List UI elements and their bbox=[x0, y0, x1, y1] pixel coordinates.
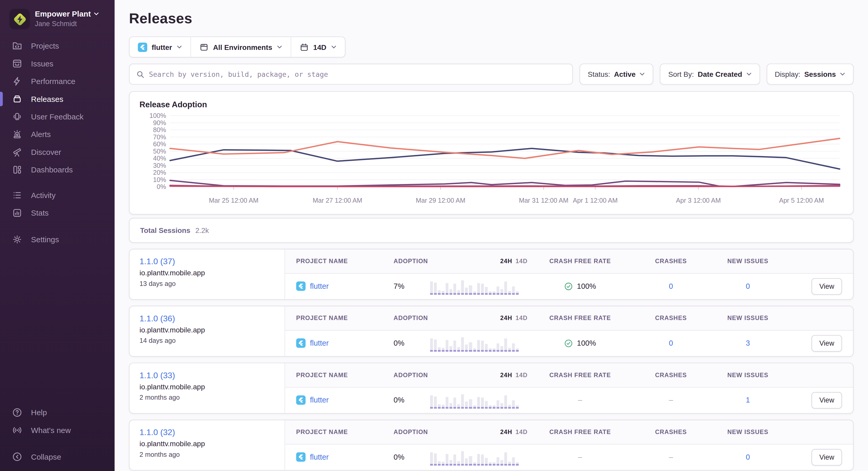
chevron-down-icon bbox=[331, 44, 336, 49]
main-content: Releases flutter All Environments 14D bbox=[115, 0, 868, 471]
settings-icon bbox=[12, 234, 23, 245]
column-project-name: PROJECT NAME bbox=[296, 372, 393, 378]
new-issues-count-link[interactable]: 1 bbox=[709, 396, 786, 404]
release-project-row: flutter 7% 100% 0 0 View bbox=[285, 273, 853, 299]
new-issues-count-link[interactable]: 0 bbox=[709, 282, 786, 290]
discover-icon bbox=[12, 146, 23, 158]
timespan-14d-toggle[interactable]: 14D bbox=[516, 258, 527, 264]
sidebar-item-discover[interactable]: Discover bbox=[0, 143, 115, 161]
project-link[interactable]: flutter bbox=[296, 339, 393, 348]
timespan-14d-toggle[interactable]: 14D bbox=[516, 372, 527, 378]
sidebar-item-issues[interactable]: Issues bbox=[0, 55, 115, 72]
sidebar-item-settings[interactable]: Settings bbox=[0, 231, 115, 248]
display-dropdown[interactable]: Display:Sessions bbox=[767, 64, 854, 85]
sidebar-item-help[interactable]: Help bbox=[0, 404, 115, 421]
view-release-button[interactable]: View bbox=[812, 335, 842, 351]
sidebar-item-projects[interactable]: Projects bbox=[0, 37, 115, 55]
release-package: io.planttv.mobile.app bbox=[140, 382, 275, 391]
org-switcher[interactable]: Empower Plant Jane Schmidt bbox=[0, 8, 115, 37]
release-table-header: PROJECT NAME ADOPTION 24H14D CRASH FREE … bbox=[285, 306, 853, 330]
svg-text:Mar 29 12:00 AM: Mar 29 12:00 AM bbox=[416, 197, 465, 204]
help-icon bbox=[12, 407, 23, 418]
release-version-link[interactable]: 1.1.0 (33) bbox=[140, 370, 275, 380]
environment-filter[interactable]: All Environments bbox=[190, 37, 290, 57]
release-adoption-panel: Release Adoption 0%10%20%30%40%50%60%70%… bbox=[129, 91, 854, 214]
release-age: 13 days ago bbox=[140, 280, 275, 288]
release-list: 1.1.0 (37) io.planttv.mobile.app 13 days… bbox=[129, 249, 854, 470]
dashboards-icon bbox=[12, 164, 23, 175]
total-sessions-value: 2.2k bbox=[195, 226, 209, 234]
release-version-link[interactable]: 1.1.0 (37) bbox=[140, 257, 275, 266]
sidebar-collapse-nav: Collapse bbox=[0, 448, 115, 466]
sidebar-item-dashboards[interactable]: Dashboards bbox=[0, 161, 115, 178]
timespan-14d-toggle[interactable]: 14D bbox=[516, 429, 527, 435]
sessions-sparkline bbox=[430, 278, 519, 295]
view-release-button[interactable]: View bbox=[812, 278, 842, 295]
flutter-icon bbox=[296, 396, 305, 405]
release-age: 2 months ago bbox=[140, 394, 275, 401]
crashes-count-link[interactable]: 0 bbox=[633, 339, 709, 347]
column-project-name: PROJECT NAME bbox=[296, 429, 393, 435]
adoption-value: 0% bbox=[394, 453, 430, 461]
sidebar-item-user-feedback[interactable]: User Feedback bbox=[0, 108, 115, 125]
sidebar-item-performance[interactable]: Performance bbox=[0, 72, 115, 90]
project-link[interactable]: flutter bbox=[296, 281, 393, 291]
project-name: flutter bbox=[310, 339, 329, 347]
timespan-24h-toggle[interactable]: 24H bbox=[500, 372, 512, 378]
column-crashes: CRASHES bbox=[633, 315, 709, 322]
new-issues-count-link[interactable]: 3 bbox=[709, 339, 786, 347]
org-logo bbox=[9, 9, 30, 29]
timespan-14d-toggle[interactable]: 14D bbox=[516, 315, 527, 322]
project-link[interactable]: flutter bbox=[296, 452, 393, 462]
column-timespan: 24H14D bbox=[430, 372, 527, 378]
sidebar-item-what-s-new[interactable]: What's new bbox=[0, 422, 115, 439]
sort-by-dropdown[interactable]: Sort By:Date Created bbox=[660, 64, 760, 85]
svg-text:Mar 31 12:00 AM: Mar 31 12:00 AM bbox=[519, 197, 568, 204]
svg-text:70%: 70% bbox=[153, 133, 166, 141]
release-package: io.planttv.mobile.app bbox=[140, 439, 275, 448]
svg-text:10%: 10% bbox=[153, 176, 166, 183]
column-crashes: CRASHES bbox=[633, 258, 709, 264]
releases-icon bbox=[12, 93, 23, 104]
date-range-filter[interactable]: 14D bbox=[290, 37, 344, 57]
svg-text:Mar 27 12:00 AM: Mar 27 12:00 AM bbox=[313, 197, 362, 204]
column-crashes: CRASHES bbox=[633, 372, 709, 378]
release-version-link[interactable]: 1.1.0 (32) bbox=[140, 427, 275, 437]
project-filter[interactable]: flutter bbox=[130, 37, 190, 57]
release-version-link[interactable]: 1.1.0 (36) bbox=[140, 313, 275, 323]
release-table-header: PROJECT NAME ADOPTION 24H14D CRASH FREE … bbox=[285, 420, 853, 444]
view-release-button[interactable]: View bbox=[812, 449, 842, 465]
project-link[interactable]: flutter bbox=[296, 396, 393, 405]
timespan-24h-toggle[interactable]: 24H bbox=[500, 315, 512, 322]
sidebar-item-activity[interactable]: Activity bbox=[0, 187, 115, 204]
flutter-icon bbox=[296, 452, 305, 462]
total-sessions-panel: Total Sessions 2.2k bbox=[129, 218, 854, 242]
search-input[interactable] bbox=[149, 70, 565, 78]
crash-free-rate-cell: 100% bbox=[527, 339, 632, 348]
release-card: 1.1.0 (33) io.planttv.mobile.app 2 month… bbox=[129, 363, 854, 414]
svg-text:0%: 0% bbox=[157, 183, 166, 190]
new-issues-count-link[interactable]: 0 bbox=[709, 453, 786, 461]
crash-free-rate-value: 100% bbox=[577, 282, 596, 290]
user-feedback-icon bbox=[12, 111, 23, 122]
timespan-24h-toggle[interactable]: 24H bbox=[500, 429, 512, 435]
status-dropdown[interactable]: Status:Active bbox=[580, 64, 653, 85]
sidebar-item-stats[interactable]: Stats bbox=[0, 204, 115, 222]
crash-free-rate-cell: – bbox=[527, 396, 632, 404]
release-summary: 1.1.0 (37) io.planttv.mobile.app 13 days… bbox=[130, 249, 285, 299]
project-name: flutter bbox=[310, 282, 329, 290]
release-summary: 1.1.0 (32) io.planttv.mobile.app 2 month… bbox=[130, 420, 285, 470]
crashes-count-link[interactable]: 0 bbox=[633, 282, 709, 290]
release-card: 1.1.0 (36) io.planttv.mobile.app 14 days… bbox=[129, 306, 854, 357]
svg-text:20%: 20% bbox=[153, 169, 166, 176]
adoption-value: 0% bbox=[394, 339, 430, 347]
sidebar-item-releases[interactable]: Releases bbox=[0, 90, 115, 108]
alerts-icon bbox=[12, 129, 23, 140]
sidebar-item-collapse[interactable]: Collapse bbox=[0, 448, 115, 466]
projects-icon bbox=[12, 40, 23, 52]
release-summary: 1.1.0 (36) io.planttv.mobile.app 14 days… bbox=[130, 306, 285, 356]
sidebar-item-alerts[interactable]: Alerts bbox=[0, 126, 115, 143]
timespan-24h-toggle[interactable]: 24H bbox=[500, 258, 512, 264]
release-table-header: PROJECT NAME ADOPTION 24H14D CRASH FREE … bbox=[285, 363, 853, 388]
view-release-button[interactable]: View bbox=[812, 392, 842, 408]
